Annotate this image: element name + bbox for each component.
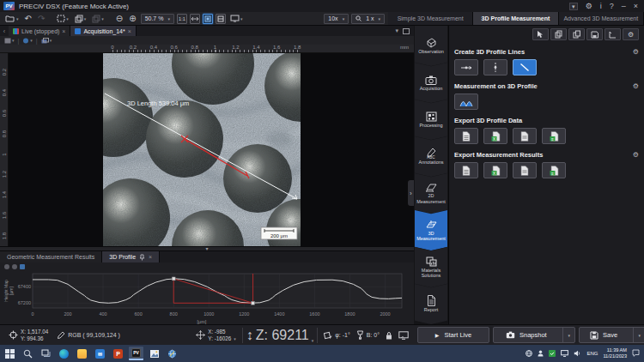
zoom-level-select[interactable]: 50.7 %▾ xyxy=(141,14,174,24)
nav-annotations[interactable]: ABC Annotations xyxy=(415,136,447,177)
save-options-icon[interactable]: ▾ xyxy=(633,328,644,342)
copy-measurement-button[interactable] xyxy=(550,28,567,40)
redo-button[interactable]: ↷ xyxy=(36,13,46,24)
panel-settings-button[interactable]: ⚙ xyxy=(623,28,639,40)
info-icon[interactable]: i xyxy=(600,3,602,10)
snapshot-options-icon[interactable]: ▾ xyxy=(562,328,574,342)
tab-list-dropdown-icon[interactable]: ▾ xyxy=(395,27,398,34)
fit-view-button[interactable] xyxy=(203,14,213,24)
profile-peak-measure-button[interactable] xyxy=(454,94,478,110)
vertical-profile-line-button[interactable] xyxy=(483,59,507,75)
snapshot-button[interactable]: Snapshot ▾ xyxy=(493,327,575,343)
display-monitor-button[interactable]: ▾ xyxy=(228,13,245,24)
tray-user-icon[interactable] xyxy=(538,350,544,358)
action-center-icon[interactable] xyxy=(632,349,640,358)
nav-report[interactable]: Report xyxy=(415,284,447,324)
digital-zoom-select[interactable]: 1 x▾ xyxy=(351,14,385,24)
zoom-in-button[interactable]: ⊕ xyxy=(127,13,137,24)
export-results-excel-button[interactable]: X xyxy=(483,162,507,178)
tray-globe-icon[interactable] xyxy=(526,350,532,358)
objective-select[interactable]: 10x▾ xyxy=(324,14,349,24)
tab-3d-profile-measurement[interactable]: 3D Profile Measurement xyxy=(473,12,558,25)
tab-simple-3d-measurement[interactable]: Simple 3D Measurement xyxy=(388,12,473,25)
save-measurement-button[interactable] xyxy=(586,28,603,40)
tab-live[interactable]: Live (stopped) × xyxy=(9,26,70,36)
lock-icon[interactable] xyxy=(386,331,392,340)
export-results-report-button[interactable]: ≡ xyxy=(542,162,566,178)
chart-export-icon[interactable] xyxy=(20,264,25,269)
photos-app-icon[interactable] xyxy=(147,347,161,360)
help-icon[interactable]: ? xyxy=(610,3,614,10)
view-1-1-button[interactable]: 1:1 xyxy=(177,14,187,24)
open-file-button[interactable]: ▾ xyxy=(3,13,21,24)
measurement-settings-icon[interactable]: ⚙ xyxy=(633,82,639,90)
file-explorer-icon[interactable] xyxy=(75,347,89,360)
microscope-image[interactable]: 3D Length 539.04 μm 200 μm xyxy=(103,53,301,246)
taskbar-search-icon[interactable] xyxy=(21,347,35,360)
tray-status-icon[interactable] xyxy=(549,350,556,358)
tab-acquisition[interactable]: Acquisition_14* × xyxy=(70,26,136,36)
mail-app-icon[interactable]: ✉ xyxy=(93,347,107,360)
close-button[interactable]: × xyxy=(634,3,638,10)
float-window-icon[interactable] xyxy=(403,28,410,34)
start-button[interactable] xyxy=(3,347,17,360)
minimize-button[interactable]: – xyxy=(622,3,626,10)
undo-button[interactable]: ↶ xyxy=(23,13,33,24)
nav-3d-measurement[interactable]: 3D Measurement xyxy=(415,210,447,250)
nav-materials-solutions[interactable]: Materials Solutions xyxy=(415,247,447,287)
export-results-csv-button[interactable] xyxy=(454,162,478,178)
tab-scroll-left-icon[interactable]: ‹ xyxy=(0,28,9,34)
panel-collapse-handle[interactable]: › xyxy=(408,180,414,206)
settings-gear-icon[interactable]: ⚙ xyxy=(586,3,592,10)
tab-advanced-3d-measurement[interactable]: Advanced 3D Measurement xyxy=(559,12,644,25)
export-data-csv-button[interactable] xyxy=(454,128,478,144)
layers-button[interactable]: ▾ xyxy=(41,38,52,44)
duplicate-measurement-button[interactable] xyxy=(568,28,585,40)
task-view-icon[interactable] xyxy=(39,347,53,360)
close-panel-icon[interactable]: × xyxy=(149,254,152,260)
fill-view-button[interactable] xyxy=(216,14,226,24)
fit-width-button[interactable] xyxy=(190,14,200,24)
nav-acquisition[interactable]: Acquisition xyxy=(415,63,447,103)
nav-processing[interactable]: Processing xyxy=(415,100,447,140)
display-mode-button[interactable]: ▾ xyxy=(4,38,15,44)
image-canvas[interactable]: 0.20.40.60.811.21.41.61.8 xyxy=(0,53,414,246)
export-data-text-button[interactable] xyxy=(513,128,537,144)
close-tab-icon[interactable]: × xyxy=(128,28,131,34)
chart-zoom-icon[interactable] xyxy=(12,264,17,269)
save-button[interactable]: Save ▾ xyxy=(579,327,644,343)
export-results-settings-icon[interactable]: ⚙ xyxy=(633,151,639,159)
close-tab-icon[interactable]: × xyxy=(62,28,65,34)
export-data-excel-button[interactable]: X xyxy=(483,128,507,144)
chart-zoom-reset-icon[interactable] xyxy=(4,264,9,269)
paste-button[interactable]: ▾ xyxy=(90,13,106,24)
titlebar-dropdown-icon[interactable]: ▾ xyxy=(569,3,578,10)
horizontal-profile-line-button[interactable] xyxy=(454,59,478,75)
language-indicator[interactable]: ENG xyxy=(586,351,598,356)
precv-app-icon[interactable]: PV xyxy=(129,347,143,360)
start-live-button[interactable]: ▶ Start Live xyxy=(417,327,489,343)
overlay-toggle-button[interactable]: ▾ xyxy=(22,38,33,44)
tray-display-icon[interactable] xyxy=(561,350,568,358)
powerpoint-icon[interactable]: P xyxy=(111,347,125,360)
edge-browser-icon[interactable] xyxy=(57,347,71,360)
tab-3d-profile[interactable]: 3D Profile × xyxy=(102,251,160,262)
pin-icon[interactable] xyxy=(139,254,145,261)
zoom-out-button[interactable]: ⊖ xyxy=(114,13,125,24)
taskbar-clock[interactable]: 11:39 AM 11/21/2023 xyxy=(603,347,627,359)
select-tool-button[interactable]: ▾ xyxy=(55,13,70,24)
nav-observation[interactable]: Observation xyxy=(415,26,447,66)
height-profile-chart[interactable]: 0200400600800100012001400160018002000672… xyxy=(0,270,414,324)
free-profile-line-button[interactable] xyxy=(513,59,537,75)
export-data-report-button[interactable]: ≡ xyxy=(542,128,566,144)
tray-volume-icon[interactable] xyxy=(574,350,581,358)
browser-globe-icon[interactable] xyxy=(165,347,179,360)
nav-2d-measurement[interactable]: 2D Measurement xyxy=(415,173,447,214)
profile-line-button[interactable] xyxy=(605,28,621,40)
notification-monitor-icon[interactable] xyxy=(398,331,409,340)
z-position-readout[interactable]: ↕ Z: 69211 ▾ xyxy=(242,328,318,343)
stage-position-readout[interactable]: X: -985 Y: -16026 ▾ xyxy=(196,329,235,341)
create-lines-settings-icon[interactable]: ⚙ xyxy=(633,48,639,56)
select-cursor-button[interactable] xyxy=(532,28,549,40)
copy-button[interactable]: ▾ xyxy=(73,13,88,24)
